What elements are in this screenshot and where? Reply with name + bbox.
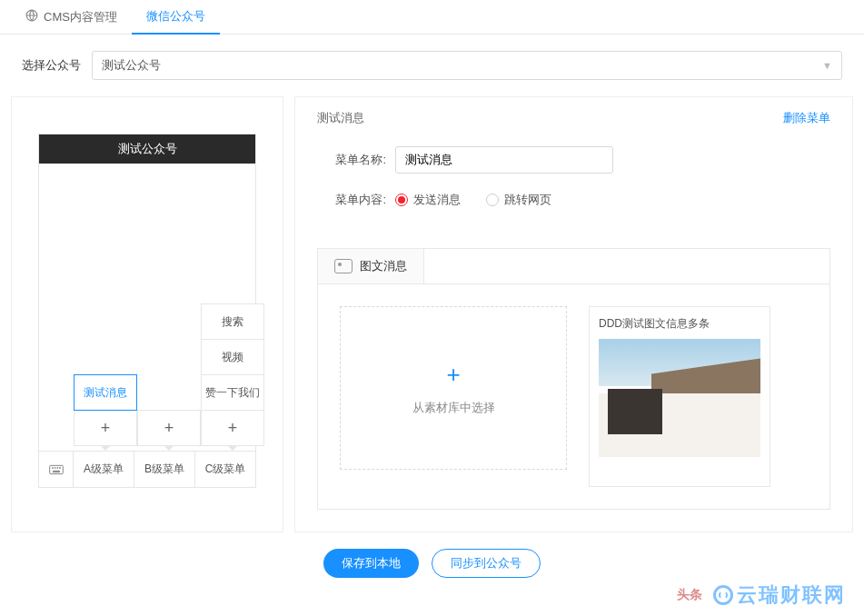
submenu-item-like[interactable]: 赞一下我们	[201, 374, 264, 411]
submenu-item-search[interactable]: 搜索	[201, 303, 264, 340]
submenu-item-test-message[interactable]: 测试消息	[74, 374, 137, 411]
submenu-item-video[interactable]: 视频	[201, 339, 264, 375]
material-card-image	[599, 339, 760, 457]
tab-cms-label: CMS内容管理	[44, 9, 117, 25]
tab-wechat[interactable]: 微信公众号	[132, 0, 220, 35]
menu-detail-panel: 测试消息 删除菜单 菜单名称: 菜单内容: 发送消息 跳转网页	[294, 96, 853, 532]
radio-send-label: 发送消息	[413, 192, 461, 208]
chevron-down-icon: ▼	[822, 60, 832, 71]
main-menu-row: A级菜单 B级菜单 C级菜单	[39, 451, 255, 487]
svg-point-4	[56, 467, 57, 468]
material-picker-label: 从素材库中选择	[412, 400, 495, 416]
phone-body: 测试消息 + + 搜索 视频 赞一下我们 +	[39, 164, 255, 487]
phone-title: 测试公众号	[39, 134, 255, 164]
submenu-add-c[interactable]: +	[201, 410, 264, 446]
radio-unchecked-icon	[486, 194, 499, 206]
submenu-add-a[interactable]: +	[74, 410, 137, 446]
save-local-button[interactable]: 保存到本地	[323, 549, 419, 578]
detail-title: 测试消息	[317, 110, 364, 126]
material-card[interactable]: DDD测试图文信息多条	[589, 306, 770, 487]
submenu-add-b[interactable]: +	[137, 410, 201, 446]
material-picker[interactable]: + 从素材库中选择	[340, 306, 567, 470]
image-text-icon	[334, 259, 353, 273]
radio-send-message[interactable]: 发送消息	[395, 192, 461, 208]
keyboard-icon[interactable]	[39, 452, 74, 487]
plus-icon: +	[446, 361, 460, 389]
globe-icon	[25, 9, 38, 25]
radio-checked-icon	[395, 194, 408, 206]
svg-point-3	[55, 467, 55, 468]
submenu-column-c: 搜索 视频 赞一下我们 +	[201, 304, 264, 451]
menu-name-label: 菜单名称:	[317, 152, 386, 168]
svg-rect-1	[49, 465, 63, 473]
radio-jump-label: 跳转网页	[504, 192, 551, 208]
sync-account-button[interactable]: 同步到公众号	[432, 549, 541, 578]
main-menu-b[interactable]: B级菜单	[134, 452, 195, 487]
tab-image-text-label: 图文消息	[360, 258, 407, 274]
account-selector-label: 选择公众号	[22, 57, 81, 74]
material-card-title: DDD测试图文信息多条	[599, 316, 760, 332]
delete-menu-link[interactable]: 删除菜单	[783, 110, 830, 126]
account-selector-value: 测试公众号	[102, 57, 161, 74]
phone-frame: 测试公众号 测试消息 + + 搜索 视频 赞一下我们 +	[38, 134, 256, 488]
submenu-column-b: +	[137, 411, 201, 451]
tab-wechat-label: 微信公众号	[146, 8, 205, 25]
main-menu-c[interactable]: C级菜单	[195, 452, 255, 487]
tab-cms[interactable]: CMS内容管理	[11, 0, 132, 35]
menu-name-input[interactable]	[395, 146, 613, 174]
svg-rect-6	[53, 471, 59, 472]
svg-point-5	[59, 467, 60, 468]
radio-jump-url[interactable]: 跳转网页	[486, 192, 551, 208]
menu-content-label: 菜单内容:	[317, 192, 386, 208]
account-selector[interactable]: 测试公众号 ▼	[92, 51, 842, 80]
tab-image-text[interactable]: 图文消息	[318, 249, 424, 283]
main-menu-a[interactable]: A级菜单	[74, 452, 134, 487]
svg-point-2	[52, 467, 53, 468]
submenu-column-a: 测试消息 +	[74, 375, 137, 451]
menu-preview-panel: 测试公众号 测试消息 + + 搜索 视频 赞一下我们 +	[11, 96, 283, 532]
